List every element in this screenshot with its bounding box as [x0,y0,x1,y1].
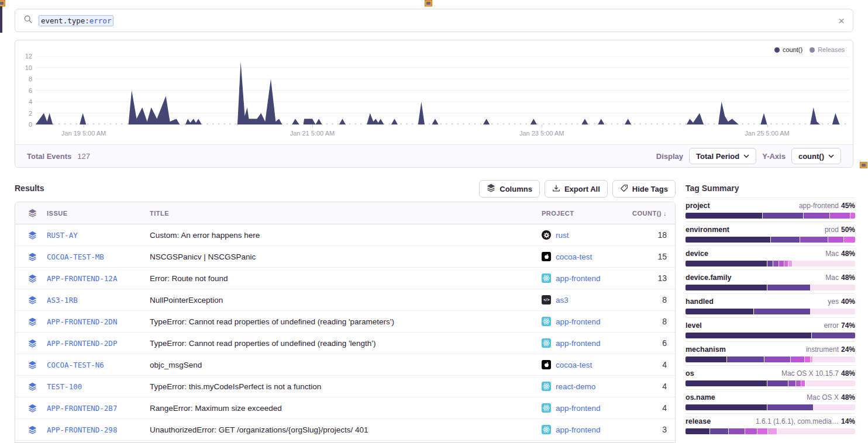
search-query-token[interactable]: event.type:error [39,15,113,26]
tag-bar-segment[interactable] [729,428,744,434]
tag-bar-segment[interactable] [686,428,709,434]
tag-bar-segment[interactable] [830,213,850,219]
issue-link[interactable]: APP-FRONTEND-298 [47,425,117,434]
tag-bar-segment[interactable] [686,261,767,267]
tag-bar-segment[interactable] [757,428,767,434]
tag-bar-segment[interactable] [768,428,777,434]
crop-handle-right[interactable] [860,162,867,168]
tag-bar-segment[interactable] [773,261,779,267]
export-all-button[interactable]: Export All [545,180,608,198]
column-header-issue[interactable]: ISSUE [42,210,150,217]
project-link[interactable]: cocoa-test [556,361,592,369]
tag-bar-segment[interactable] [767,380,788,386]
legend-item-count[interactable]: count() [774,46,802,53]
tag-bar-segment[interactable] [784,261,788,267]
project-link[interactable]: react-demo [556,382,595,391]
tag-distribution-bar[interactable] [686,404,855,410]
tag-bar-segment[interactable] [686,237,770,243]
tag-distribution-bar[interactable] [686,237,855,243]
tag-bar-segment[interactable] [805,380,855,386]
table-row: APP-FRONTEND-12AError: Route not foundap… [15,268,675,289]
column-header-count[interactable]: COUNT() ↓ [615,210,676,217]
tag-bar-segment[interactable] [686,285,767,290]
tag-distribution-bar[interactable] [686,357,855,362]
project-link[interactable]: rust [556,231,569,240]
issue-link[interactable]: TEST-100 [47,382,82,391]
project-link[interactable]: as3 [556,296,569,304]
issue-link[interactable]: RUST-AY [47,231,78,240]
tag-bar-segment[interactable] [793,261,855,267]
issue-link[interactable]: COCOA-TEST-MB [47,252,104,261]
tag-bar-segment[interactable] [804,213,829,219]
issue-link[interactable]: APP-FRONTEND-2B7 [47,404,117,413]
hide-tags-button[interactable]: Hide Tags [612,180,676,198]
yaxis-dropdown[interactable]: count() [791,148,841,164]
tag-bar-segment[interactable] [791,357,804,362]
tag-bar-segment[interactable] [686,333,811,338]
tag-bar-segment[interactable] [727,357,764,362]
crop-handle-top-left[interactable] [0,0,5,6]
tag-bar-segment[interactable] [811,309,855,314]
events-area-chart[interactable]: 024681012Jan 19 5:00 AMJan 21 5:00 AMJan… [36,56,849,124]
column-header-title[interactable]: TITLE [150,210,542,217]
project-link[interactable]: app-frontend [556,317,601,326]
tag-bar-segment[interactable] [767,261,773,267]
tag-bar-segment[interactable] [779,261,784,267]
tag-bar-segment[interactable] [764,357,790,362]
tag-percent-label: 48% [841,369,855,378]
tag-top-value: prod50% [825,226,855,234]
issue-link[interactable]: APP-FRONTEND-12A [47,274,117,283]
tag-distribution-bar[interactable] [686,213,855,219]
tag-bar-segment[interactable] [686,309,753,314]
display-dropdown[interactable]: Total Period [689,148,756,164]
tag-distribution-bar[interactable] [686,380,855,386]
tag-bar-segment[interactable] [686,404,767,410]
tag-bar-segment[interactable] [828,237,843,243]
tag-bar-segment[interactable] [777,428,855,434]
issue-link[interactable]: AS3-1RB [47,296,78,304]
tag-bar-segment[interactable] [813,357,855,362]
tag-bar-segment[interactable] [811,285,855,290]
tag-bar-segment[interactable] [710,428,729,434]
tag-bar-segment[interactable] [763,213,804,219]
project-link[interactable]: cocoa-test [556,252,592,261]
tag-bar-segment[interactable] [796,380,801,386]
tag-distribution-bar[interactable] [686,309,855,314]
tag-bar-segment[interactable] [844,237,855,243]
tag-bar-segment[interactable] [800,237,827,243]
clear-search-icon[interactable]: × [838,15,845,26]
tag-bar-segment[interactable] [767,404,813,410]
columns-button[interactable]: Columns [479,180,540,198]
project-link[interactable]: app-frontend [556,274,601,283]
tag-bar-segment[interactable] [812,333,855,338]
tag-bar-segment[interactable] [686,357,726,362]
tag-bar-segment[interactable] [754,309,810,314]
tag-distribution-bar[interactable] [686,428,855,434]
tag-bar-segment[interactable] [814,404,855,410]
crop-handle-top-center[interactable] [425,0,432,6]
tag-bar-segment[interactable] [811,357,812,362]
issue-link[interactable]: APP-FRONTEND-2DP [47,339,117,348]
project-link[interactable]: app-frontend [556,404,601,413]
tag-bar-segment[interactable] [686,213,762,219]
tag-bar-segment[interactable] [850,213,855,219]
issue-link[interactable]: APP-FRONTEND-2DN [47,317,117,326]
project-link[interactable]: app-frontend [556,425,601,434]
react-platform-icon [542,382,551,391]
project-link[interactable]: app-frontend [556,339,601,348]
tag-bar-segment[interactable] [805,357,810,362]
tag-bar-segment[interactable] [788,261,792,267]
tag-bar-segment[interactable] [745,428,757,434]
tag-bar-segment[interactable] [771,237,800,243]
tag-bar-segment[interactable] [788,380,795,386]
tag-distribution-bar[interactable] [686,333,855,338]
tag-distribution-bar[interactable] [686,261,855,267]
tag-bar-segment[interactable] [767,285,810,290]
issue-link[interactable]: COCOA-TEST-N6 [47,361,104,369]
tag-distribution-bar[interactable] [686,285,855,290]
legend-item-Releases[interactable]: Releases [810,46,845,53]
column-header-project[interactable]: PROJECT [542,210,615,217]
search-bar[interactable]: event.type:error × [15,9,853,32]
tag-bar-segment[interactable] [686,380,767,386]
tag-bar-segment[interactable] [801,380,805,386]
